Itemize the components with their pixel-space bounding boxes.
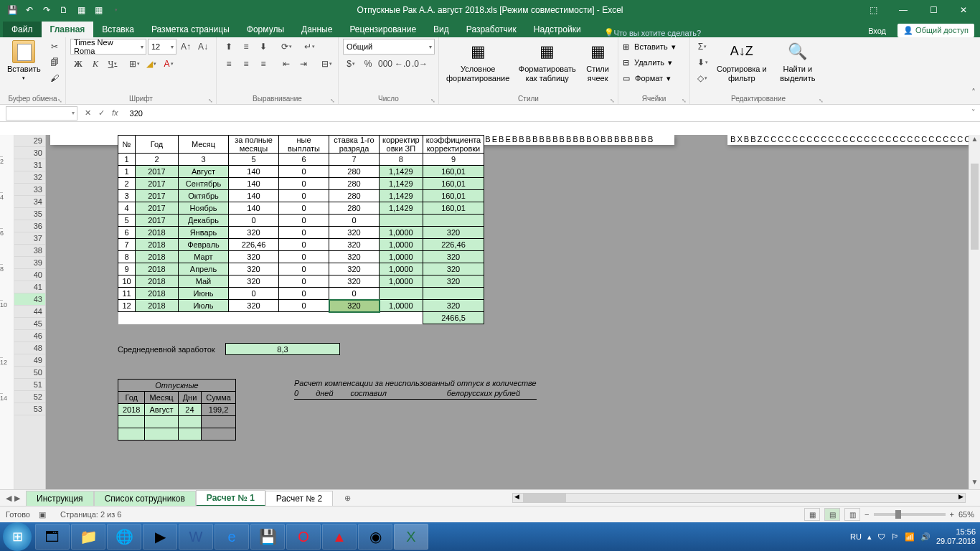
tab-file[interactable]: Файл xyxy=(3,22,42,37)
wrap-text-icon[interactable]: ↵ xyxy=(301,39,317,55)
tray-clock[interactable]: 15:5629.07.2018 xyxy=(936,527,976,546)
active-cell[interactable]: 320 xyxy=(329,300,380,312)
name-box[interactable] xyxy=(6,106,77,121)
sheet-tab-calc2[interactable]: Расчет № 2 xyxy=(265,491,333,506)
align-bottom-icon[interactable]: ⬇ xyxy=(255,39,271,55)
zoom-slider[interactable] xyxy=(874,513,946,516)
format-cells-button[interactable]: ▭ Формат ▾ xyxy=(623,70,671,86)
tab-nav[interactable]: ◀▶ xyxy=(0,494,26,503)
align-center-icon[interactable]: ≡ xyxy=(238,56,254,72)
tray-flag-icon[interactable]: 🏳 xyxy=(891,532,899,541)
enter-icon[interactable]: ✓ xyxy=(98,108,105,118)
collapse-ribbon-icon[interactable]: ˄ xyxy=(971,37,980,104)
scroll-down-icon[interactable]: ▼ xyxy=(969,478,980,489)
taskbar-chrome[interactable]: ◉ xyxy=(358,524,392,550)
formula-input[interactable]: 320 xyxy=(126,109,967,118)
sort-filter-button[interactable]: A↓ZСортировка и фильтр xyxy=(713,39,771,85)
font-size-combo[interactable]: 12 xyxy=(148,39,176,55)
sheet-tab-instruction[interactable]: Инструкция xyxy=(26,491,94,506)
minimize-icon[interactable]: — xyxy=(891,5,915,15)
orientation-icon[interactable]: ⟳ xyxy=(278,39,294,55)
qat-more-icon[interactable] xyxy=(110,5,121,15)
taskbar-browser[interactable]: 🌐 xyxy=(107,524,141,550)
grid1-icon[interactable]: ▦ xyxy=(76,5,86,15)
tab-home[interactable]: Главная xyxy=(42,22,94,37)
italic-button[interactable]: К xyxy=(88,56,103,72)
tray-shield-icon[interactable]: 🛡 xyxy=(877,532,885,541)
tab-addins[interactable]: Надстройки xyxy=(525,22,590,37)
fill-color-button[interactable]: ◢ xyxy=(143,56,159,72)
sheet-canvas[interactable]: A B C D E F G H I J K L M N O P Q R S T … xyxy=(46,135,980,489)
share-button[interactable]: 👤 Общий доступ xyxy=(897,24,974,37)
insert-cells-button[interactable]: ⊞ Вставить ▾ xyxy=(623,39,676,55)
increase-font-icon[interactable]: A↑ xyxy=(178,39,194,55)
font-name-combo[interactable]: Times New Roma xyxy=(70,39,146,55)
taskbar-app[interactable]: 🗔 xyxy=(35,524,70,550)
tray-network-icon[interactable]: 📶 xyxy=(905,532,915,542)
login-link[interactable]: Вход xyxy=(868,27,886,35)
scroll-thumb[interactable] xyxy=(971,164,979,250)
zoom-in-icon[interactable]: + xyxy=(950,510,954,519)
taskbar-adobe[interactable]: ▲ xyxy=(322,524,357,550)
merge-icon[interactable]: ⊟ xyxy=(319,56,334,72)
fx-icon[interactable]: fx xyxy=(112,108,118,118)
data-table[interactable]: № Год Месяц за полные месяцы ные выплаты… xyxy=(118,135,484,324)
sheet-tab-employees[interactable]: Список сотрудников xyxy=(94,491,196,506)
start-button[interactable]: ⊞ xyxy=(3,522,32,551)
decrease-font-icon[interactable]: A↓ xyxy=(195,39,211,55)
grid2-icon[interactable]: ▦ xyxy=(93,5,103,15)
find-select-button[interactable]: 🔍Найти и выделить xyxy=(773,39,822,85)
taskbar-explorer[interactable]: 📁 xyxy=(71,524,105,550)
percent-icon[interactable]: % xyxy=(360,56,376,72)
vacation-table[interactable]: Отпускные ГодМесяцДниСумма 2018Август241… xyxy=(118,379,236,441)
view-break-icon[interactable]: ▥ xyxy=(844,508,860,521)
taskbar-ie[interactable]: e xyxy=(215,524,249,550)
expand-fbar-icon[interactable]: ˅ xyxy=(967,108,980,118)
paste-button[interactable]: Вставить ▾ xyxy=(4,39,44,83)
inc-decimal-icon[interactable]: ←.0 xyxy=(395,56,410,72)
zoom-out-icon[interactable]: − xyxy=(864,510,869,519)
tab-insert[interactable]: Вставка xyxy=(93,22,143,37)
new-icon[interactable]: 🗋 xyxy=(59,5,69,15)
close-icon[interactable]: ✕ xyxy=(951,5,976,15)
ribbon-options-icon[interactable]: ⬚ xyxy=(861,5,885,15)
dec-decimal-icon[interactable]: .0→ xyxy=(412,56,428,72)
outdent-icon[interactable]: ⇤ xyxy=(278,56,294,72)
tab-developer[interactable]: Разработчик xyxy=(458,22,525,37)
redo-icon[interactable]: ↷ xyxy=(42,5,52,15)
tab-data[interactable]: Данные xyxy=(293,22,341,37)
align-middle-icon[interactable]: ≡ xyxy=(238,39,254,55)
taskbar-media[interactable]: ▶ xyxy=(143,524,177,550)
tray-volume-icon[interactable]: 🔊 xyxy=(920,532,930,542)
format-table-button[interactable]: ▦Форматировать как таблицу xyxy=(515,39,579,85)
maximize-icon[interactable]: ☐ xyxy=(921,5,946,15)
indent-icon[interactable]: ⇥ xyxy=(296,56,311,72)
tab-layout[interactable]: Разметка страницы xyxy=(143,22,238,37)
tab-view[interactable]: Вид xyxy=(425,22,458,37)
taskbar-excel[interactable]: X xyxy=(394,524,428,550)
add-sheet-button[interactable]: ⊕ xyxy=(340,494,354,503)
currency-icon[interactable]: $ xyxy=(343,56,359,72)
bold-button[interactable]: Ж xyxy=(70,56,86,72)
sheet-tab-calc1[interactable]: Расчет № 1 xyxy=(196,490,265,507)
copy-icon[interactable]: 🗐 xyxy=(47,55,62,70)
taskbar-save[interactable]: 💾 xyxy=(250,524,285,550)
underline-button[interactable]: Ч xyxy=(105,56,121,72)
cancel-icon[interactable]: ✕ xyxy=(85,108,91,118)
horizontal-scrollbar[interactable]: ◀▶ xyxy=(512,493,966,503)
taskbar-word[interactable]: W xyxy=(179,524,213,550)
cond-format-button[interactable]: ▦Условное форматирование xyxy=(443,39,512,85)
tray-chevron-icon[interactable]: ▴ xyxy=(867,532,872,542)
align-right-icon[interactable]: ≡ xyxy=(255,56,271,72)
taskbar-opera[interactable]: O xyxy=(286,524,321,550)
tell-me[interactable]: 💡 Что вы хотите сделать? xyxy=(604,28,702,37)
format-painter-icon[interactable]: 🖌 xyxy=(47,70,62,86)
tray-lang[interactable]: RU xyxy=(850,532,862,541)
border-button[interactable]: ⊞ xyxy=(126,56,142,72)
delete-cells-button[interactable]: ⊟ Удалить ▾ xyxy=(623,55,672,70)
vertical-scrollbar[interactable]: ▲ ▼ xyxy=(969,135,980,489)
align-left-icon[interactable]: ≡ xyxy=(221,56,237,72)
font-color-button[interactable]: A xyxy=(161,56,176,72)
tab-review[interactable]: Рецензирование xyxy=(341,22,425,37)
row-headers[interactable]: 293031 323334 353637 383940 4143 444546 … xyxy=(14,135,46,489)
